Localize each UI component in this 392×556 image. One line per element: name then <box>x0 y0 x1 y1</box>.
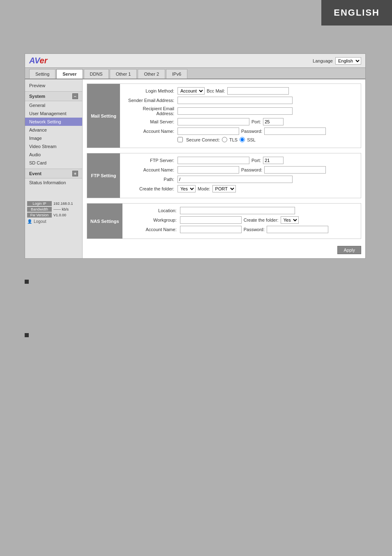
bandwidth-value: ------ kb/s <box>53 207 69 211</box>
sidebar-section-event: Event + <box>25 169 82 178</box>
mail-server-label: Mail Server: <box>124 119 178 124</box>
ssl-radio[interactable] <box>240 137 245 142</box>
sidebar-system-icon[interactable]: − <box>72 93 78 99</box>
bottom-text <box>25 280 366 340</box>
sidebar-item-audio[interactable]: Audio <box>25 151 82 159</box>
mail-password-input[interactable] <box>264 127 326 135</box>
tab-setting[interactable]: Setting <box>29 69 55 79</box>
login-ip-label: Login IP <box>27 201 52 206</box>
recipient-email-label: Recipient Email Address: <box>124 106 178 116</box>
fw-version-label: Fw Version <box>27 213 52 218</box>
mail-server-row: Mail Server: Port: 25 <box>124 118 357 125</box>
section-heading-1 <box>25 280 366 284</box>
recipient-email-row: Recipient Email Address: <box>124 106 357 116</box>
nas-create-folder-select[interactable]: Yes No <box>281 216 299 224</box>
ftp-mode-label: Mode: <box>198 186 210 191</box>
tab-other2[interactable]: Other 2 <box>138 69 165 79</box>
fw-version-row: Fw Version V1.0.00 <box>27 213 80 218</box>
section-heading-2 <box>25 333 366 337</box>
ftp-server-label: FTP Server: <box>124 158 178 163</box>
ftp-account-label: Account Name: <box>124 167 178 172</box>
bullet-2 <box>25 333 29 337</box>
content-area: Preview System − General User Management… <box>25 79 365 258</box>
ftp-path-input[interactable] <box>178 176 293 183</box>
mail-setting-section: Mail Setting Login Method: Account Bcc M… <box>87 83 361 148</box>
nas-workgroup-input[interactable] <box>180 216 242 224</box>
sidebar-item-preview[interactable]: Preview <box>25 81 82 90</box>
sidebar-event-icon[interactable]: + <box>72 171 78 176</box>
sidebar-item-status-info[interactable]: Status Information <box>25 178 82 187</box>
language-select[interactable]: English <box>335 57 361 65</box>
sidebar-item-video-stream[interactable]: Video Stream <box>25 142 82 151</box>
aver-logo: AVer <box>29 56 47 65</box>
nas-location-label: Location: <box>127 208 180 213</box>
language-label: Language <box>313 58 333 63</box>
login-ip-value: 192.168.0.1 <box>53 202 73 206</box>
ftp-server-input[interactable] <box>178 157 249 164</box>
mail-account-label: Account Name: <box>124 129 178 134</box>
bcc-mail-input[interactable] <box>227 87 289 95</box>
ftp-setting-label: FTP Setting <box>87 153 120 198</box>
ftp-setting-content: FTP Server: Port: 21 Account Name: Passw… <box>120 153 361 198</box>
nas-settings-section: NAS Settings Location: Workgroup: Create… <box>87 203 361 239</box>
tab-ipv6[interactable]: IPv6 <box>166 69 187 79</box>
sidebar-item-general[interactable]: General <box>25 101 82 109</box>
apply-button[interactable]: Apply <box>337 246 361 254</box>
header-row: AVer Language English <box>25 54 365 68</box>
ftp-port-input[interactable]: 21 <box>263 157 284 164</box>
nas-location-input[interactable] <box>180 207 295 214</box>
fw-version-value: V1.0.00 <box>53 213 66 217</box>
bullet-1 <box>25 280 29 284</box>
mail-setting-label: Mail Setting <box>87 84 120 148</box>
mail-server-input[interactable] <box>178 118 249 125</box>
nas-create-folder-label: Create the folder: <box>244 218 279 222</box>
login-method-select[interactable]: Account <box>178 87 205 95</box>
logout-row[interactable]: 👤 Logout <box>27 219 80 224</box>
nas-password-label: Password: <box>244 227 265 232</box>
login-method-row: Login Method: Account Bcc Mail: <box>124 87 357 95</box>
nas-account-label: Account Name: <box>127 227 180 232</box>
ftp-path-label: Path: <box>124 177 178 182</box>
bandwidth-label: Bandwidth <box>27 207 52 212</box>
secure-connect-checkbox[interactable] <box>178 137 183 142</box>
login-ip-row: Login IP 192.168.0.1 <box>27 201 80 206</box>
sidebar-section-system: System − <box>25 91 82 101</box>
nav-tabs: Setting Server DDNS Other 1 Other 2 IPv6 <box>25 68 365 79</box>
ssl-label: SSL <box>247 137 256 142</box>
nas-workgroup-row: Workgroup: Create the folder: Yes No <box>127 216 357 224</box>
logout-label: Logout <box>34 219 46 224</box>
sidebar-item-image[interactable]: Image <box>25 134 82 142</box>
mail-port-input[interactable]: 25 <box>263 118 284 125</box>
ui-container: AVer Language English Setting Server DDN… <box>25 53 366 259</box>
tab-server[interactable]: Server <box>56 69 83 79</box>
ftp-create-folder-select[interactable]: Yes No <box>178 185 196 192</box>
ftp-port-label: Port: <box>251 158 261 163</box>
sender-email-label: Sender Email Address: <box>124 98 178 103</box>
recipient-email-input[interactable] <box>178 107 293 115</box>
sidebar-item-advance[interactable]: Advance <box>25 126 82 134</box>
ftp-create-folder-label: Create the folder: <box>124 186 178 191</box>
ftp-path-row: Path: <box>124 176 357 183</box>
mail-port-label: Port: <box>251 119 261 124</box>
ftp-account-input[interactable] <box>178 166 239 174</box>
ftp-password-input[interactable] <box>264 166 326 174</box>
ftp-mode-select[interactable]: PORT PASV <box>212 185 236 192</box>
nas-settings-content: Location: Workgroup: Create the folder: … <box>122 204 361 239</box>
sidebar-item-sd-card[interactable]: SD Card <box>25 159 82 167</box>
nas-password-input[interactable] <box>267 226 328 233</box>
mail-account-input[interactable] <box>178 127 239 135</box>
nas-account-row: Account Name: Password: <box>127 226 357 233</box>
english-banner: ENGLISH <box>321 0 392 25</box>
ftp-folder-row: Create the folder: Yes No Mode: PORT PAS… <box>124 185 357 192</box>
tab-other1[interactable]: Other 1 <box>110 69 137 79</box>
tls-radio[interactable] <box>222 137 227 142</box>
sidebar-item-user-management[interactable]: User Management <box>25 109 82 118</box>
sidebar-event-label: Event <box>29 171 42 176</box>
sidebar: Preview System − General User Management… <box>25 79 83 258</box>
sidebar-item-network-setting[interactable]: Network Setting <box>25 118 82 126</box>
bandwidth-row: Bandwidth ------ kb/s <box>27 207 80 212</box>
tab-ddns[interactable]: DDNS <box>84 69 109 79</box>
sender-email-input[interactable] <box>178 97 293 104</box>
nas-account-input[interactable] <box>180 226 242 233</box>
ftp-password-label: Password: <box>241 167 262 172</box>
